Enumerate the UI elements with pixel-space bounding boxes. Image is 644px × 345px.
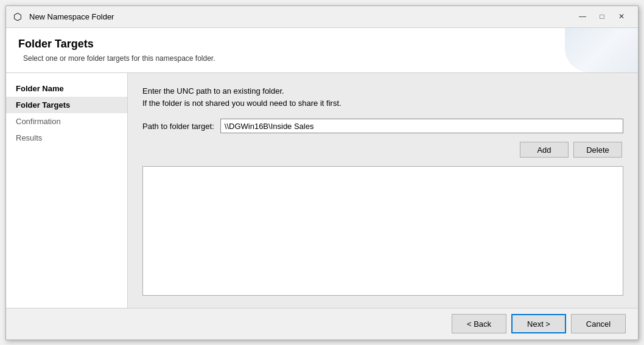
title-bar: ⬡ New Namespace Folder — □ ✕ (6, 6, 638, 28)
title-bar-controls: — □ ✕ (573, 10, 631, 23)
sidebar-item-confirmation: Confirmation (6, 113, 127, 130)
maximize-button[interactable]: □ (593, 10, 611, 23)
action-buttons: Add Delete (142, 142, 623, 158)
sidebar: Folder Name Folder Targets Confirmation … (6, 73, 128, 308)
page-subtitle: Select one or more folder targets for th… (23, 54, 626, 63)
window-title: New Namespace Folder (29, 12, 114, 21)
header-section: Folder Targets Select one or more folder… (6, 28, 638, 73)
title-bar-left: ⬡ New Namespace Folder (13, 11, 114, 22)
footer: < Back Next > Cancel (6, 308, 638, 340)
cancel-button[interactable]: Cancel (571, 314, 626, 333)
next-button[interactable]: Next > (511, 314, 566, 333)
sidebar-item-results: Results (6, 130, 127, 146)
targets-list (142, 166, 623, 295)
content-area: Folder Name Folder Targets Confirmation … (6, 73, 638, 308)
add-button[interactable]: Add (520, 142, 569, 158)
main-panel: Enter the UNC path to an existing folder… (128, 73, 638, 308)
path-input[interactable] (220, 119, 623, 133)
path-row: Path to folder target: (142, 119, 623, 133)
back-button[interactable]: < Back (452, 314, 506, 333)
instruction-text: Enter the UNC path to an existing folder… (142, 85, 623, 111)
app-icon: ⬡ (13, 11, 24, 22)
instruction-line1: Enter the UNC path to an existing folder… (142, 85, 623, 98)
sidebar-item-folder-targets: Folder Targets (6, 97, 127, 113)
path-label: Path to folder target: (142, 122, 214, 131)
instruction-line2: If the folder is not shared you would ne… (142, 97, 623, 110)
minimize-button[interactable]: — (573, 10, 592, 23)
sidebar-item-folder-name: Folder Name (6, 80, 127, 97)
delete-button[interactable]: Delete (573, 142, 622, 158)
window: ⬡ New Namespace Folder — □ ✕ Folder Targ… (5, 5, 639, 340)
close-button[interactable]: ✕ (612, 10, 631, 23)
page-title: Folder Targets (18, 38, 626, 51)
